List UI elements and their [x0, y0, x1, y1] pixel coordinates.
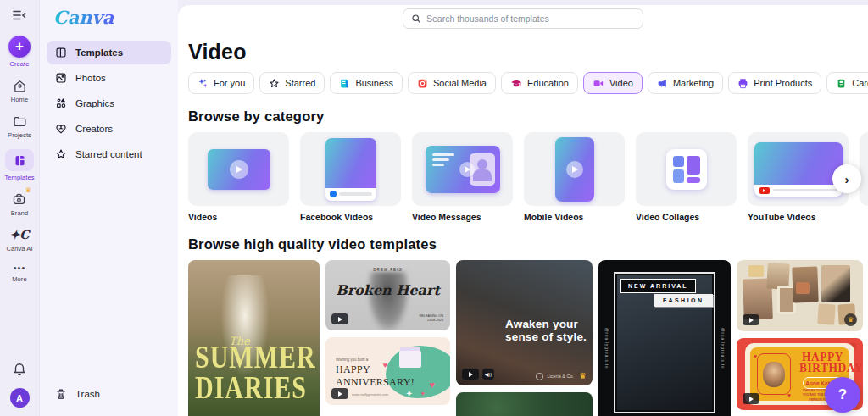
next-categories-button[interactable]: ›: [832, 164, 861, 193]
star-icon: [55, 148, 67, 160]
template-photo-collage[interactable]: ♛: [737, 260, 863, 331]
videos-thumbnail: [208, 149, 270, 190]
rail-item-projects[interactable]: Projects: [8, 114, 31, 139]
category-card-videos[interactable]: Videos: [188, 132, 289, 222]
sidebar-item-trash[interactable]: Trash: [47, 382, 171, 406]
video-templates-heading: Browse high quality video templates: [188, 236, 868, 252]
filter-chip-education[interactable]: Education: [501, 72, 578, 94]
play-icon: [566, 161, 583, 178]
notifications-button[interactable]: [12, 361, 27, 376]
filter-chip-business[interactable]: Business: [330, 72, 403, 94]
category-card-facebook-videos[interactable]: Facebook Videos: [300, 132, 401, 222]
social-media-icon: [417, 78, 428, 89]
pro-crown-icon: ♛: [579, 371, 587, 380]
home-icon: [12, 78, 27, 93]
play-icon: [230, 160, 248, 179]
sidebar-item-photos[interactable]: Photos: [47, 66, 171, 90]
rail-item-brand[interactable]: ♛ Brand: [11, 191, 29, 217]
volume-badge-icon: ◀)): [482, 369, 494, 380]
shapes-icon: [55, 97, 67, 109]
more-dots-icon: •••: [14, 263, 26, 273]
category-row: Videos Facebook Videos Vide: [188, 132, 868, 222]
crown-icon: ♛: [25, 186, 31, 194]
canva-logo[interactable]: Canva: [53, 7, 178, 28]
play-badge-icon: [331, 313, 348, 324]
photo-icon: [55, 72, 67, 84]
filter-chip-starred[interactable]: Starred: [259, 72, 325, 94]
mobile-videos-thumbnail: [555, 137, 594, 202]
star-icon: [269, 78, 280, 89]
printer-icon: [737, 78, 748, 89]
video-messages-thumbnail: [426, 146, 500, 193]
filter-chip-marketing[interactable]: Marketing: [648, 72, 723, 94]
page-title: Video: [188, 40, 868, 64]
brand-logo-icon: [536, 373, 543, 380]
creators-icon: [55, 123, 67, 135]
collapse-sidebar-button[interactable]: [11, 7, 28, 24]
sidebar-spacer: [40, 167, 178, 381]
search-icon: [411, 14, 421, 24]
collapse-icon: [13, 9, 26, 21]
play-badge-icon: [743, 314, 760, 325]
template-awaken-style[interactable]: Awaken yoursense of style. Liceria & Co.…: [456, 260, 593, 385]
youtube-videos-thumbnail: [754, 142, 843, 197]
browse-by-category-heading: Browse by category: [188, 108, 868, 125]
business-icon: [339, 78, 350, 89]
rail-item-create[interactable]: + Create: [8, 36, 31, 68]
play-badge-icon: [331, 388, 348, 399]
category-card-mobile-videos[interactable]: Mobile Videos: [524, 132, 625, 222]
templates-sidebar: Canva Templates Photos Graphics Creators…: [39, 0, 178, 416]
card-icon: [836, 78, 847, 89]
main-content: Video For you Starred Business Social Me…: [178, 5, 868, 416]
template-green-forest[interactable]: [456, 392, 593, 416]
rail-item-templates[interactable]: Templates: [4, 149, 34, 181]
left-rail: + Create Home Projects Templates ♛ Brand…: [0, 0, 39, 416]
education-icon: [510, 78, 522, 89]
rail-item-more[interactable]: ••• More: [12, 263, 27, 283]
filter-chip-cards-invitations[interactable]: Cards & Invitations: [826, 72, 868, 94]
sparkles-icon: [198, 78, 209, 89]
search-row: [188, 8, 868, 29]
templates-icon: [5, 149, 34, 171]
youtube-icon: [760, 187, 770, 194]
create-plus-icon: +: [8, 36, 31, 58]
megaphone-icon: [657, 78, 668, 89]
brand-icon: ♛: [12, 191, 27, 207]
templates-outline-icon: [55, 47, 67, 58]
play-badge-icon: [743, 393, 760, 404]
play-badge-icon: [462, 369, 479, 380]
sidebar-item-creators[interactable]: Creators: [47, 117, 171, 141]
filter-chip-print-products[interactable]: Print Products: [728, 72, 821, 94]
bell-icon: [12, 361, 27, 376]
template-happy-anniversary[interactable]: ♥ ♥ ♥ ✦ Wishing you both a HAPPYANNIVERS…: [326, 337, 450, 405]
template-grid: The SUMMERDIARIES DREW FEIG Broken Heart…: [188, 260, 868, 416]
category-card-video-messages[interactable]: Video Messages: [412, 132, 513, 222]
filter-chips: For you Starred Business Social Media Ed…: [188, 72, 868, 94]
chevron-right-icon: ›: [845, 172, 849, 186]
rail-item-home[interactable]: Home: [11, 78, 28, 103]
help-button[interactable]: ?: [825, 377, 860, 413]
sidebar-item-templates[interactable]: Templates: [47, 41, 171, 64]
folder-icon: [12, 114, 27, 129]
sidebar-item-graphics[interactable]: Graphics: [47, 92, 171, 115]
avatar[interactable]: A: [10, 388, 30, 408]
search-input[interactable]: [426, 14, 635, 24]
filter-chip-video[interactable]: Video: [583, 72, 643, 94]
filter-chip-social-media[interactable]: Social Media: [408, 72, 496, 94]
canva-ai-icon: ✦C: [12, 227, 27, 242]
rail-item-canva-ai[interactable]: ✦C Canva AI: [6, 227, 32, 252]
filter-chip-for-you[interactable]: For you: [188, 72, 254, 94]
sidebar-item-starred-content[interactable]: Starred content: [47, 142, 171, 166]
facebook-videos-thumbnail: [326, 138, 376, 201]
category-card-video-collages[interactable]: Video Collages: [636, 132, 737, 222]
template-broken-heart[interactable]: DREW FEIG Broken Heart RELEASING ON23.08…: [326, 260, 450, 330]
play-icon: [459, 162, 475, 177]
pro-crown-icon: ♛: [844, 313, 857, 326]
video-collages-thumbnail: [666, 149, 707, 190]
facebook-icon: [330, 191, 337, 197]
trash-icon: [55, 388, 67, 400]
video-camera-icon: [593, 78, 604, 89]
template-summer-diaries[interactable]: The SUMMERDIARIES: [188, 260, 320, 416]
search-box: [403, 8, 643, 29]
template-new-arrival-fashion[interactable]: NEW ARRIVAL FASHION @reallygreatsite @re…: [598, 260, 731, 416]
